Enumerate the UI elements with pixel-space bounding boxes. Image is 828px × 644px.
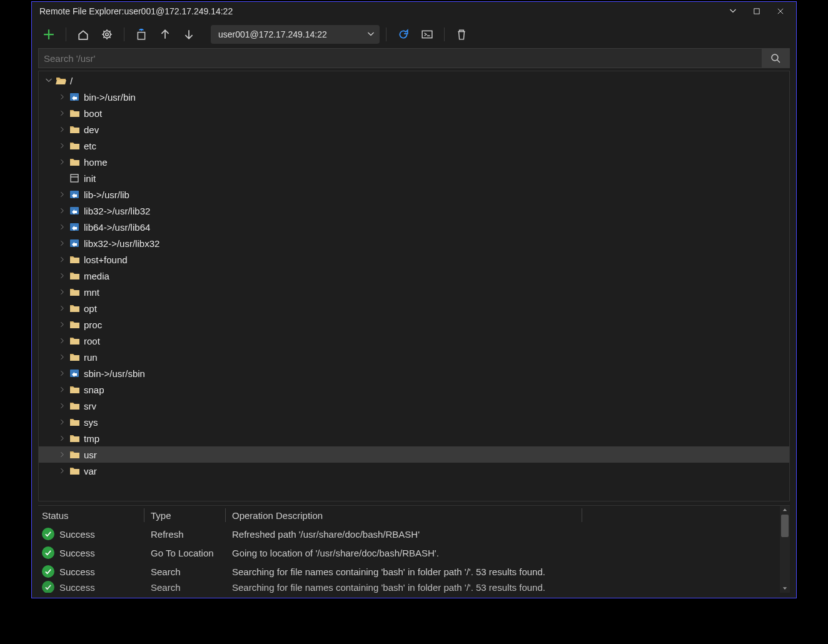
tree-label: opt [84,303,97,314]
log-row[interactable]: SuccessRefreshRefreshed path '/usr/share… [38,525,780,543]
tree-item[interactable]: proc [39,316,789,333]
tree-item[interactable]: mnt [39,284,789,300]
tree-item[interactable]: var [39,463,789,479]
tree-label: dev [84,124,99,135]
log-row[interactable]: SuccessSearchSearching for file names co… [38,562,780,581]
expand-icon[interactable] [59,158,66,166]
tree-item[interactable]: home [39,154,789,170]
tree-item[interactable]: lib64->/usr/lib64 [39,219,789,235]
expand-icon[interactable] [59,256,66,263]
col-status[interactable]: Status [38,508,144,522]
expand-icon[interactable] [59,109,66,117]
log-row[interactable]: SuccessSearchSearching for file names co… [38,581,780,593]
tree-label: lib->/usr/lib [84,189,129,200]
tree-item[interactable]: srv [39,398,789,414]
tree-item[interactable]: tmp [39,430,789,446]
expand-icon[interactable] [59,239,66,247]
expand-icon[interactable] [59,337,66,345]
download-button[interactable] [178,24,199,45]
tree-item[interactable]: libx32->/usr/libx32 [39,235,789,251]
close-button[interactable] [769,3,792,20]
log-header: Status Type Operation Description [38,506,780,525]
toolbar: user001@172.17.249.14:22 [32,21,796,48]
refresh-button[interactable] [393,24,414,45]
maximize-button[interactable] [745,3,769,20]
expand-icon[interactable] [59,370,66,377]
expand-icon[interactable] [59,288,66,296]
connection-label: user001@172.17.249.14:22 [218,29,362,39]
tree-item[interactable]: etc [39,138,789,154]
connection-select[interactable]: user001@172.17.249.14:22 [211,25,380,44]
expand-icon[interactable] [59,126,66,133]
folder-icon [69,433,80,444]
expand-icon[interactable] [59,142,66,149]
scroll-up-icon[interactable] [780,506,790,515]
upload-file-button[interactable] [131,24,152,45]
search-button[interactable] [762,49,789,68]
type-text: Search [144,566,226,577]
log-scrollbar[interactable] [780,506,790,593]
expand-icon[interactable] [59,304,66,312]
tree-item[interactable]: dev [39,121,789,138]
expand-icon[interactable] [59,467,66,475]
separator [66,28,66,41]
expand-icon[interactable] [59,223,66,231]
delete-button[interactable] [451,24,472,45]
expand-icon[interactable] [59,191,66,198]
tree-label: proc [84,319,102,330]
tree-root[interactable]: / [39,73,789,89]
terminal-button[interactable] [417,24,438,45]
desc-text: Going to location of '/usr/share/doc/bas… [226,548,780,558]
expand-icon[interactable] [59,321,66,328]
minimize-button[interactable] [721,3,745,20]
home-button[interactable] [73,24,94,45]
expand-icon[interactable] [59,207,66,214]
tree-item[interactable]: usr [39,446,789,463]
expand-icon[interactable] [59,435,66,442]
tree-item[interactable]: sys [39,414,789,430]
file-tree[interactable]: / bin->/usr/binbootdevetchomeinitlib->/u… [38,71,790,501]
tree-item[interactable]: lost+found [39,251,789,268]
col-desc[interactable]: Operation Description [226,508,582,522]
tree-item[interactable]: bin->/usr/bin [39,89,789,105]
folder-icon [69,416,80,428]
tree-label: root [84,336,100,346]
tree-item[interactable]: root [39,333,789,349]
settings-button[interactable] [96,24,118,45]
tree-item[interactable]: snap [39,381,789,398]
scroll-down-icon[interactable] [780,584,790,593]
expand-icon[interactable] [59,93,66,101]
tree-item[interactable]: sbin->/usr/sbin [39,365,789,381]
success-icon [42,546,54,559]
tree-item[interactable]: lib32->/usr/lib32 [39,203,789,219]
expand-icon[interactable] [59,353,66,361]
tree-item[interactable]: run [39,349,789,365]
status-text: Success [59,566,95,577]
tree-label: / [70,76,73,86]
col-type[interactable]: Type [144,508,226,522]
expand-icon[interactable] [59,402,66,410]
tree-label: run [84,352,98,363]
tree-label: libx32->/usr/libx32 [84,238,159,249]
status-text: Success [59,582,95,593]
tree-label: lib32->/usr/lib32 [84,206,150,216]
scroll-thumb[interactable] [781,515,789,537]
tree-item[interactable]: opt [39,300,789,316]
log-row[interactable]: SuccessGo To LocationGoing to location o… [38,543,780,562]
expand-icon[interactable] [59,418,66,426]
expand-icon[interactable] [59,386,66,393]
tree-item[interactable]: lib->/usr/lib [39,186,789,203]
search-input[interactable] [39,53,762,64]
expand-icon[interactable] [59,451,66,458]
tree-label: lost+found [84,254,128,265]
folder-icon [69,335,80,346]
tree-item[interactable]: media [39,268,789,284]
folder-icon [69,384,80,395]
type-text: Search [144,582,226,593]
expand-icon[interactable] [59,272,66,279]
upload-button[interactable] [154,24,176,45]
operation-log: Status Type Operation Description Succes… [38,505,790,593]
new-button[interactable] [38,24,59,45]
tree-item[interactable]: init [39,170,789,186]
tree-item[interactable]: boot [39,105,789,121]
